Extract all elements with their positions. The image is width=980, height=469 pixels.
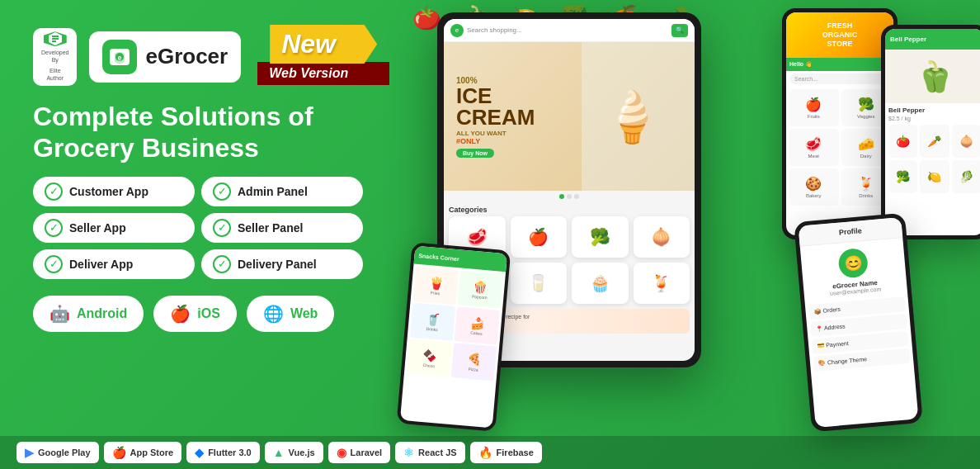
egrocer-name: eGrocer bbox=[145, 44, 228, 69]
tech-firebase[interactable]: 🔥 Firebase bbox=[470, 442, 542, 463]
elite-author-text: Elite Author bbox=[41, 67, 68, 82]
feature-customer-app: ✓ Customer App bbox=[33, 177, 195, 206]
phone-right-1: FRESHORGANICSTORE Hello 👋 Search... 🍎Fru… bbox=[782, 8, 898, 239]
phone-2-more: 🥦 🍋 🥬 bbox=[888, 160, 980, 193]
feature-delivery-panel: ✓ Delivery Panel bbox=[201, 249, 363, 279]
svg-text:e: e bbox=[118, 54, 122, 62]
phone-bl-content: 🍟Fries 🍿Popcorn 🥤Drinks 🍰Cakes 🍫Choco 🍕P… bbox=[404, 263, 506, 383]
android-icon: 🤖 bbox=[49, 304, 70, 324]
egrocer-logo: e eGrocer bbox=[89, 31, 241, 83]
snack-5: 🍫Choco bbox=[407, 339, 452, 377]
firebase-label: Firebase bbox=[497, 448, 534, 457]
check-icon-3: ✓ bbox=[45, 219, 63, 237]
phone-2-content: Bell Pepper $2.5 / kg 🍅 🥕 🧅 🥦 🍋 🥬 bbox=[885, 103, 980, 197]
developed-by-text: Developed By bbox=[41, 49, 68, 64]
feature-seller-app: ✓ Seller App bbox=[33, 213, 195, 243]
phone-right-3: Profile 😊 eGrocer Name user@example.com … bbox=[794, 213, 923, 433]
headline-line2: Grocery Business bbox=[33, 132, 363, 163]
tablet-search: Search shopping... bbox=[467, 26, 668, 34]
phone-grid-5: 🍪Bakery bbox=[789, 168, 839, 206]
check-icon-5: ✓ bbox=[45, 255, 63, 273]
platform-row: 🤖 Android 🍎 iOS 🌐 Web bbox=[33, 296, 363, 332]
new-web-badge-row: New Web Version bbox=[257, 25, 389, 85]
react-icon: ⚛ bbox=[403, 446, 414, 459]
phone-1-banner-text: FRESHORGANICSTORE bbox=[822, 21, 858, 48]
phone-grid-3: 🥩Meat bbox=[789, 129, 839, 166]
tablet-search-btn[interactable]: 🔍 bbox=[671, 24, 688, 37]
web-button[interactable]: 🌐 Web bbox=[247, 296, 334, 332]
category-dots bbox=[444, 191, 695, 202]
profile-area: 😊 eGrocer Name user@example.com bbox=[800, 238, 907, 302]
ios-button[interactable]: 🍎 iOS bbox=[153, 296, 237, 332]
snack-3: 🥤Drinks bbox=[410, 303, 455, 341]
phone-bottom-left: Snacks Corner 🍟Fries 🍿Popcorn 🥤Drinks 🍰C… bbox=[397, 242, 511, 432]
check-icon-2: ✓ bbox=[213, 182, 231, 201]
android-button[interactable]: 🤖 Android bbox=[33, 296, 144, 332]
banner-emoji: 🍦 bbox=[569, 42, 695, 191]
android-label: Android bbox=[77, 306, 127, 321]
web-version-text: Web Version bbox=[269, 66, 348, 80]
snack-4: 🍰Cakes bbox=[455, 306, 500, 344]
right-panel: 🍅 🫑 🍋 🥦 🍊 🥕 e Search shopping... 🔍 bbox=[396, 0, 980, 469]
feature-label-1: Customer App bbox=[69, 185, 148, 198]
food-item-3: 🥦 bbox=[572, 216, 629, 258]
feature-label-4: Seller Panel bbox=[238, 221, 303, 234]
tech-react[interactable]: ⚛ React JS bbox=[395, 442, 464, 463]
food-item-6: 🥛 bbox=[511, 263, 568, 304]
phone-screen-2: Bell Pepper 🫑 Bell Pepper $2.5 / kg 🍅 🥕 … bbox=[885, 29, 980, 235]
phone-right-2: Bell Pepper 🫑 Bell Pepper $2.5 / kg 🍅 🥕 … bbox=[881, 25, 980, 239]
main-container: Developed By Elite Author e eGrocer N bbox=[0, 0, 980, 469]
phone-1-grid: 🍎Fruits 🥦Veggies 🥩Meat 🧀Dairy 🍪Bakery 🍹D… bbox=[786, 87, 893, 208]
buy-now-btn[interactable]: Buy Now bbox=[456, 149, 494, 158]
phone-bl-grid: 🍟Fries 🍿Popcorn 🥤Drinks 🍰Cakes 🍫Choco 🍕P… bbox=[407, 267, 503, 381]
headline-line1: Complete Solutions of bbox=[33, 101, 363, 132]
profile-avatar: 😊 bbox=[837, 248, 869, 279]
banner-sub: ALL YOU WANT bbox=[456, 130, 506, 137]
profile-title: Profile bbox=[838, 226, 862, 236]
food-item-4: 🧅 bbox=[634, 216, 690, 258]
food-item-7: 🧁 bbox=[572, 263, 629, 304]
headline: Complete Solutions of Grocery Business bbox=[33, 101, 363, 164]
feature-admin-panel: ✓ Admin Panel bbox=[201, 177, 363, 206]
snack-2: 🍿Popcorn bbox=[457, 270, 502, 308]
hexagon-icon bbox=[44, 31, 67, 46]
egrocer-icon: e bbox=[102, 40, 137, 74]
devices-container: 🍅 🫑 🍋 🥦 🍊 🥕 e Search shopping... 🔍 bbox=[396, 0, 980, 469]
phone-grid-1: 🍎Fruits bbox=[789, 89, 839, 126]
snack-1: 🍟Fries bbox=[413, 267, 459, 305]
feature-label-2: Admin Panel bbox=[238, 185, 308, 198]
ios-label: iOS bbox=[197, 306, 220, 321]
food-item-2: 🍎 bbox=[511, 216, 568, 258]
new-text: New bbox=[281, 29, 336, 59]
snack-6: 🍕Pizza bbox=[451, 343, 497, 381]
left-panel: Developed By Elite Author e eGrocer N bbox=[0, 0, 396, 469]
react-label: React JS bbox=[418, 448, 456, 457]
phone-1-search: Search... bbox=[786, 71, 893, 87]
phone-2-product-img: 🫑 bbox=[885, 50, 980, 103]
logo-row: Developed By Elite Author e eGrocer N bbox=[33, 25, 363, 88]
developed-by-badge: Developed By Elite Author bbox=[33, 28, 77, 86]
food-item-8: 🍹 bbox=[634, 263, 690, 304]
web-icon: 🌐 bbox=[263, 304, 284, 324]
tablet-banner: 100% ICECREAM ALL YOU WANT #ONLY Buy Now… bbox=[444, 42, 695, 191]
check-icon-4: ✓ bbox=[213, 219, 231, 237]
check-icon-1: ✓ bbox=[45, 182, 63, 201]
phone-bl-screen: Snacks Corner 🍟Fries 🍿Popcorn 🥤Drinks 🍰C… bbox=[400, 246, 507, 429]
feature-label-3: Seller App bbox=[69, 221, 126, 234]
profile-menu: 📦 Orders 📍 Address 💳 Payment 🎨 Change Th… bbox=[805, 293, 915, 378]
ios-icon: 🍎 bbox=[170, 304, 191, 324]
banner-price: #ONLY bbox=[456, 137, 480, 145]
phone-1-header: Hello 👋 bbox=[786, 58, 893, 71]
feature-deliver-app: ✓ Deliver App bbox=[33, 249, 195, 279]
firebase-icon: 🔥 bbox=[478, 446, 492, 459]
phone-screen-3: Profile 😊 eGrocer Name user@example.com … bbox=[799, 217, 919, 428]
features-grid: ✓ Customer App ✓ Admin Panel ✓ Seller Ap… bbox=[33, 177, 363, 279]
banner-ice-cream: ICECREAM bbox=[456, 85, 535, 128]
feature-seller-panel: ✓ Seller Panel bbox=[201, 213, 363, 243]
feature-label-5: Deliver App bbox=[69, 258, 133, 271]
web-label: Web bbox=[290, 306, 318, 321]
phone-1-banner: FRESHORGANICSTORE bbox=[786, 12, 893, 58]
phone-2-header: Bell Pepper bbox=[885, 29, 980, 50]
check-icon-6: ✓ bbox=[213, 255, 231, 273]
feature-label-6: Delivery Panel bbox=[238, 258, 317, 271]
